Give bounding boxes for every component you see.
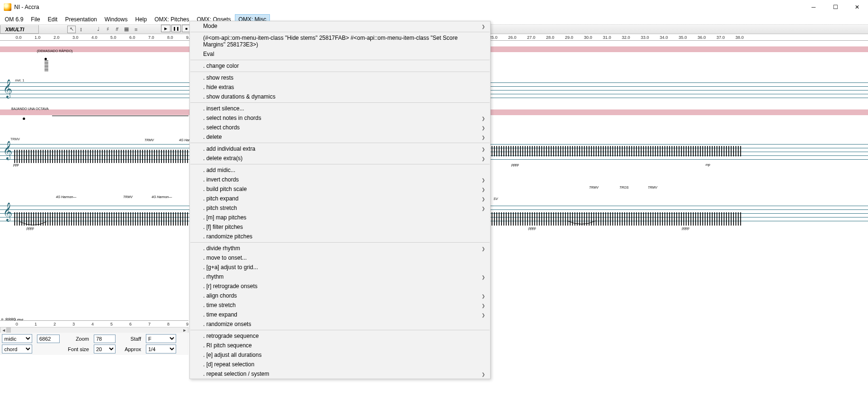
ruler-tick: 33.0 <box>641 35 649 40</box>
menu-windows[interactable]: Windows <box>101 14 132 24</box>
annotation: TRMV <box>589 186 599 189</box>
menu-item[interactable]: . add individual extra❯ <box>190 144 490 154</box>
ruler-tick: 6.0 <box>129 35 135 40</box>
note-run <box>14 150 189 163</box>
menu-item[interactable]: Eval <box>190 49 490 59</box>
ruler-tick: 26.0 <box>508 35 517 40</box>
treble-clef-icon: 𝄞 <box>3 80 12 98</box>
menu-separator <box>190 143 490 143</box>
annotation: TROS <box>619 186 628 189</box>
menu-item[interactable]: . RI pitch sequence <box>190 341 490 350</box>
chevron-right-icon: ❯ <box>482 23 485 30</box>
menu-item[interactable]: . insert silence... <box>190 104 490 113</box>
ruler-tick: 37.0 <box>716 35 725 40</box>
close-button[interactable]: ✕ <box>846 0 868 14</box>
menu-help[interactable]: Help <box>131 14 151 24</box>
menu-item[interactable]: . show durations & dynamics <box>190 92 490 101</box>
menu-item[interactable]: . randomize pitches <box>190 232 490 241</box>
chevron-right-icon: ❯ <box>482 312 485 318</box>
lines-tool[interactable]: ≡ <box>132 26 140 33</box>
zoom-label: Zoom <box>64 336 89 342</box>
ibeam-tool[interactable]: I <box>77 26 85 33</box>
fontsize-label: Font size <box>64 346 89 352</box>
value-field-1[interactable] <box>37 335 60 343</box>
note-tool[interactable]: ♩ <box>94 26 102 33</box>
menu-item[interactable]: . [r] retrograde onsets <box>190 281 490 291</box>
menu-item[interactable]: . [d] repeat selection <box>190 360 490 369</box>
ruler-tick: 1 <box>35 322 37 326</box>
menu-item[interactable]: . move to onset... <box>190 253 490 263</box>
ruler-tick: 7.0 <box>148 35 154 40</box>
menu-item[interactable]: . randomize onsets <box>190 319 490 329</box>
dynamic: ppp <box>13 163 19 166</box>
ruler-tick: 1.0 <box>35 35 41 40</box>
tie-icon <box>566 220 597 227</box>
menu-item[interactable]: . [f] filter pitches <box>190 222 490 232</box>
chevron-right-icon: ❯ <box>482 115 485 122</box>
menu-item[interactable]: . retrograde sequence <box>190 331 490 341</box>
menu-item[interactable]: . delete extra(s)❯ <box>190 154 490 163</box>
line-segment <box>52 116 188 116</box>
menu-item[interactable]: (#<om-api::om-menu-item-class "Hide stem… <box>190 33 490 49</box>
ruler-tick: 29.0 <box>565 35 573 40</box>
menu-item[interactable]: . [m] map pitches <box>190 213 490 222</box>
minimize-button[interactable]: ─ <box>803 0 824 14</box>
menu-item[interactable]: . delete❯ <box>190 132 490 142</box>
menu-item[interactable]: . align chords❯ <box>190 291 490 300</box>
ruler-tick: 8.0 <box>167 35 173 40</box>
menu-item[interactable]: Mode❯ <box>190 21 490 31</box>
menu-item[interactable]: . pitch expand❯ <box>190 194 490 203</box>
sharp-tool[interactable]: ♯ <box>103 26 112 33</box>
menu-item[interactable]: . [e] adjust all durations <box>190 350 490 360</box>
menu-om-6-9[interactable]: OM 6.9 <box>1 14 27 24</box>
approx-select[interactable]: 1/4 <box>146 344 176 354</box>
staff-select[interactable]: F <box>146 334 176 343</box>
menu-item[interactable]: . [g+a] adjust to grid... <box>190 263 490 272</box>
ruler-tick: 2.0 <box>54 35 60 40</box>
zoom-field[interactable] <box>94 335 116 343</box>
chevron-right-icon: ❯ <box>482 245 485 252</box>
menu-separator <box>190 164 490 164</box>
menu-item[interactable]: . time stretch❯ <box>190 300 490 310</box>
dynamic: pppp <box>528 227 536 230</box>
menu-item[interactable]: . hide extras <box>190 82 490 92</box>
annotation: 4G Harmon— <box>152 195 172 199</box>
menu-item[interactable]: . rhythm❯ <box>190 272 490 281</box>
chevron-right-icon: ❯ <box>482 186 485 193</box>
menu-item[interactable]: . show rests <box>190 73 490 82</box>
menu-edit[interactable]: Edit <box>44 14 62 24</box>
ruler-tick: 3 <box>72 322 75 326</box>
menu-item[interactable]: . select notes in chords❯ <box>190 113 490 123</box>
menu-item[interactable]: . time expand❯ <box>190 310 490 319</box>
arrow-tool[interactable]: ↖ <box>67 26 76 33</box>
menu-item[interactable]: . divide rhythm❯ <box>190 244 490 253</box>
footer-controls: midic Zoom Staff F chord Font size 20 Ap… <box>0 333 188 355</box>
ruler-bottom: 0123456789 <box>0 320 188 327</box>
menu-item[interactable]: . pitch stretch❯ <box>190 203 490 213</box>
grid-tool[interactable]: ▦ <box>122 26 131 33</box>
menu-item[interactable]: . add midic... <box>190 165 490 175</box>
mode-select-2[interactable]: chord <box>2 344 32 354</box>
menu-item[interactable]: . change color <box>190 61 490 71</box>
menu-item[interactable]: . invert chords❯ <box>190 175 490 184</box>
ruler-tick: 0.0 <box>16 35 22 40</box>
ruler-tick: 30.0 <box>584 35 592 40</box>
annotation: TRMV <box>123 195 133 199</box>
ruler-tick: 32.0 <box>622 35 630 40</box>
menu-file[interactable]: File <box>27 14 44 24</box>
pause-button[interactable]: ❚❚ <box>171 25 181 32</box>
dynamic-tool[interactable]: ff <box>113 26 121 33</box>
menu-presentation[interactable]: Presentation <box>61 14 100 24</box>
menu-item[interactable]: . select chords❯ <box>190 123 490 132</box>
menu-item[interactable]: . build pitch scale❯ <box>190 184 490 194</box>
score-tab[interactable]: XMULTI <box>0 25 39 34</box>
fontsize-select[interactable]: 20 <box>94 344 116 354</box>
menu-separator <box>190 32 490 32</box>
window-title: NI - Accra <box>14 4 864 10</box>
menu-omx-pitches[interactable]: OMX: Pitches <box>151 14 193 24</box>
menu-item[interactable]: . repeat selection / system❯ <box>190 369 490 379</box>
maximize-button[interactable]: ☐ <box>824 0 846 14</box>
mode-select-1[interactable]: midic <box>2 334 32 343</box>
ruler-tick: 27.0 <box>527 35 536 40</box>
play-button[interactable]: ▶ <box>161 25 170 32</box>
